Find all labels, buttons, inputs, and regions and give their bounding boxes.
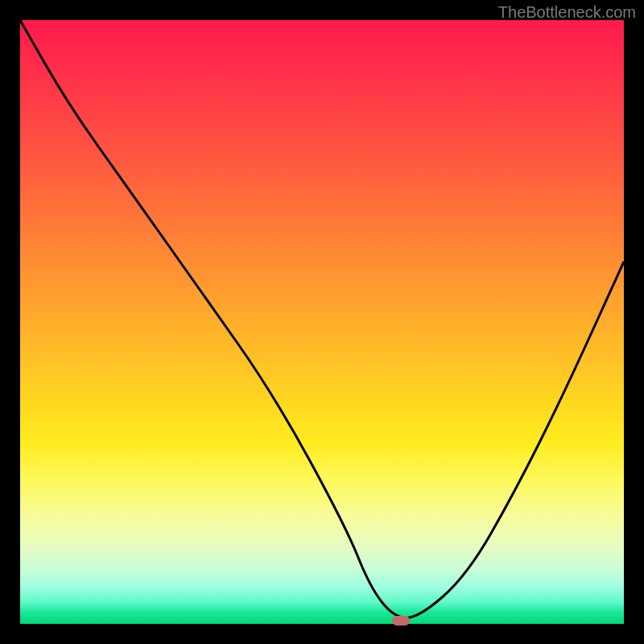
watermark-text: TheBottleneck.com xyxy=(498,3,636,22)
plot-background-gradient xyxy=(20,20,624,624)
chart-container: TheBottleneck.com xyxy=(0,0,644,644)
optimal-point-marker xyxy=(392,616,410,625)
